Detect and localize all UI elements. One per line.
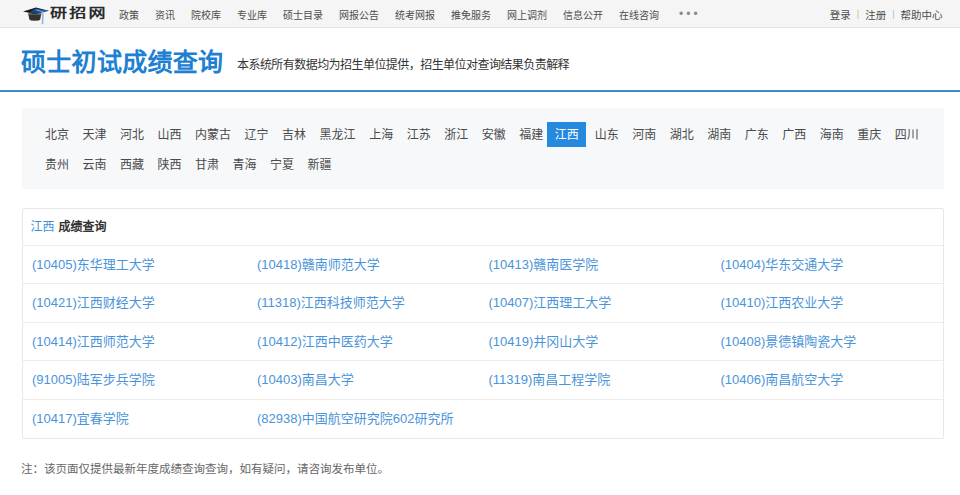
province-link-item[interactable]: 山东 [595,128,619,142]
province-link-selected[interactable]: 江西 [547,122,586,147]
school-link[interactable]: (91005)陆军步兵学院 [32,372,155,387]
province-link-item[interactable]: 浙江 [444,128,468,142]
province-item: 上海 [369,119,407,149]
province-link-item[interactable]: 北京 [45,128,69,142]
province-item: 山西 [158,119,196,149]
school-table-cell: (10406)南昌航空大学 [711,361,943,399]
school-table-cell: (10419)井冈山大学 [479,323,711,361]
top-menu-item-5[interactable]: 硕士目录 [283,7,323,22]
top-menu-item-9[interactable]: 网上调剂 [507,7,547,22]
school-link[interactable]: (10404)华东交通大学 [721,257,844,272]
school-link[interactable]: (11319)南昌工程学院 [489,372,611,387]
province-link-item[interactable]: 河南 [632,128,656,142]
top-menu-item-10[interactable]: 信息公开 [563,7,603,22]
province-link-item[interactable]: 辽宁 [245,128,269,142]
top-menu-more-icon[interactable]: ••• [679,7,701,21]
school-link[interactable]: (10418)赣南师范大学 [257,257,380,272]
province-link-item[interactable]: 江苏 [407,128,431,142]
province-item: 江西 [557,119,595,149]
top-menu-item-4[interactable]: 专业库 [237,7,267,22]
school-table-cell: (10403)南昌大学 [248,361,480,399]
top-menu-item-2[interactable]: 资讯 [155,7,175,22]
top-menu: 政策资讯院校库专业库硕士目录网报公告统考网报推免服务网上调剂信息公开在线咨询••… [119,0,701,28]
separator: | [892,9,894,19]
account-link-2[interactable]: 注册 [865,7,886,22]
school-table-cell: (11319)南昌工程学院 [479,361,711,399]
school-table: (10405)东华理工大学(10418)赣南师范大学(10413)赣南医学院(1… [23,246,943,439]
school-link[interactable]: (10407)江西理工大学 [489,295,612,310]
school-link[interactable]: (10421)江西财经大学 [32,295,155,310]
separator: | [857,9,859,19]
province-link-item[interactable]: 青海 [233,158,257,172]
school-table-cell: (10421)江西财经大学 [23,284,248,322]
province-link-item[interactable]: 云南 [83,158,107,172]
province-link-item[interactable]: 山西 [158,128,182,142]
province-link-item[interactable]: 贵州 [45,158,69,172]
province-item: 内蒙古 [195,119,245,149]
province-link-item[interactable]: 黑龙江 [320,128,356,142]
province-item: 山东 [595,119,633,149]
province-item: 湖北 [670,119,708,149]
province-link-item[interactable]: 河北 [120,128,144,142]
province-link-item[interactable]: 福建 [519,128,543,142]
account-links: 登录|注册|帮助中心 [830,0,943,28]
top-menu-item-3[interactable]: 院校库 [191,7,221,22]
school-link[interactable]: (10403)南昌大学 [257,372,354,387]
school-link[interactable]: (10410)江西农业大学 [721,295,844,310]
school-link[interactable]: (82938)中国航空研究院602研究所 [257,411,454,426]
province-link-item[interactable]: 宁夏 [270,158,294,172]
province-item: 河南 [632,119,670,149]
selected-region-label: 江西 [31,220,55,234]
province-item: 新疆 [308,149,346,179]
school-link[interactable]: (10412)江西中医药大学 [257,334,393,349]
province-link-item[interactable]: 广东 [745,128,769,142]
top-menu-item-1[interactable]: 政策 [119,7,139,22]
school-table-cell: (10407)江西理工大学 [479,284,711,322]
school-table-row: (10414)江西师范大学(10412)江西中医药大学(10419)井冈山大学(… [23,323,943,362]
province-link-item[interactable]: 四川 [895,128,919,142]
logo-text: 研招网 [50,5,108,22]
school-table-cell: (10414)江西师范大学 [23,323,248,361]
province-link-item[interactable]: 吉林 [282,128,306,142]
top-menu-item-8[interactable]: 推免服务 [451,7,491,22]
score-query-box: 江西成绩查询 (10405)东华理工大学(10418)赣南师范大学(10413)… [22,208,944,439]
school-table-row: (10405)东华理工大学(10418)赣南师范大学(10413)赣南医学院(1… [23,246,943,285]
province-item: 西藏 [120,149,158,179]
province-link-item[interactable]: 西藏 [120,158,144,172]
province-link-item[interactable]: 湖南 [707,128,731,142]
province-link-item[interactable]: 陕西 [158,158,182,172]
school-link[interactable]: (10406)南昌航空大学 [721,372,844,387]
page-note: 注：该页面仅提供最新年度成绩查询查询，如有疑问，请咨询发布单位。 [21,463,389,476]
school-link[interactable]: (10419)井冈山大学 [489,334,599,349]
province-link-item[interactable]: 天津 [83,128,107,142]
top-menu-item-11[interactable]: 在线咨询 [619,7,659,22]
school-table-cell: (10404)华东交通大学 [711,246,943,284]
province-item: 宁夏 [270,149,308,179]
province-item: 浙江 [444,119,482,149]
province-list: 北京天津河北山西内蒙古辽宁吉林黑龙江上海江苏浙江安徽福建江西山东河南湖北湖南广东… [45,119,944,178]
province-item: 黑龙江 [320,119,370,149]
top-menu-item-6[interactable]: 网报公告 [339,7,379,22]
school-link[interactable]: (10414)江西师范大学 [32,334,155,349]
province-link-item[interactable]: 新疆 [308,158,332,172]
school-link[interactable]: (11318)江西科技师范大学 [257,295,405,310]
province-link-item[interactable]: 上海 [369,128,393,142]
account-link-1[interactable]: 登录 [830,7,851,22]
school-table-cell: (10418)赣南师范大学 [248,246,480,284]
province-link-item[interactable]: 重庆 [857,128,881,142]
province-link-item[interactable]: 甘肃 [195,158,219,172]
school-link[interactable]: (10408)景德镇陶瓷大学 [721,334,857,349]
province-link-item[interactable]: 湖北 [670,128,694,142]
school-link[interactable]: (10405)东华理工大学 [32,257,155,272]
province-link-item[interactable]: 广西 [782,128,806,142]
school-table-cell: (10412)江西中医药大学 [248,323,480,361]
province-link-item[interactable]: 内蒙古 [195,128,231,142]
province-link-item[interactable]: 海南 [820,128,844,142]
school-link[interactable]: (10417)宜春学院 [32,411,129,426]
school-table-cell: (11318)江西科技师范大学 [248,284,480,322]
province-link-item[interactable]: 安徽 [482,128,506,142]
school-table-cell: (82938)中国航空研究院602研究所 [248,400,480,439]
top-menu-item-7[interactable]: 统考网报 [395,7,435,22]
school-link[interactable]: (10413)赣南医学院 [489,257,599,272]
account-link-3[interactable]: 帮助中心 [901,7,943,22]
